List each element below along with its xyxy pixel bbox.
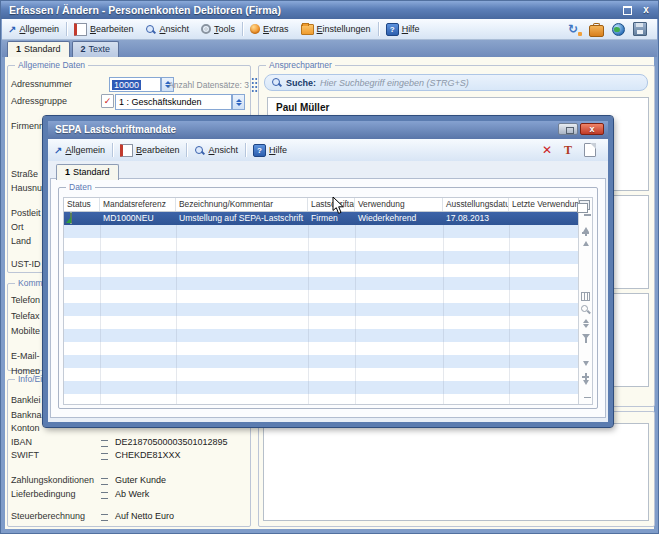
equals-icon xyxy=(101,492,108,499)
new-document-icon[interactable] xyxy=(584,143,596,157)
equals-icon xyxy=(101,440,108,447)
pin-icon[interactable] xyxy=(564,143,572,158)
briefcase-icon[interactable] xyxy=(589,25,604,37)
bottom-right-panel xyxy=(263,423,649,521)
mandate-status-icon xyxy=(70,212,72,224)
menu-extras[interactable]: Extras xyxy=(244,19,295,39)
swift-value: CHEKDE81XXX xyxy=(115,450,181,460)
splitter-handle[interactable] xyxy=(251,77,258,93)
main-menubar: Allgemein Bearbeiten Ansicht Tools Extra… xyxy=(2,19,657,40)
dialog-restore-icon[interactable] xyxy=(558,123,578,135)
mandate-table-body[interactable]: MD1000NEU Umstellung auf SEPA-Lastschrif… xyxy=(64,212,578,404)
tab-standard[interactable]: 1Standard xyxy=(7,41,70,57)
dialog-menu-ansicht[interactable]: Ansicht xyxy=(188,139,244,161)
sort-icon[interactable] xyxy=(581,319,590,328)
col-verwendung[interactable]: Verwendung xyxy=(355,198,443,211)
menu-ansicht[interactable]: Ansicht xyxy=(139,19,195,39)
filter-funnel-icon[interactable] xyxy=(581,334,590,339)
mandate-table: Status Mandatsreferenz Bezeichnung/Komme… xyxy=(63,197,593,405)
menu-separator xyxy=(245,143,246,157)
dialog-menu-bearbeiten[interactable]: Bearbeiten xyxy=(114,139,186,161)
window-title: Erfassen / Ändern - Personenkonten Debit… xyxy=(1,1,281,19)
col-mandatsreferenz[interactable]: Mandatsreferenz xyxy=(100,198,176,211)
scroll-up-icon[interactable] xyxy=(581,241,590,246)
mobiltelefon-label: Mobilte xyxy=(11,326,40,336)
adressnummer-label: Adressnummer xyxy=(11,79,72,89)
kontonummer-label: Konton xyxy=(11,423,40,433)
menu-allgemein[interactable]: Allgemein xyxy=(2,19,65,39)
dialog-tab-standard[interactable]: 1Standard xyxy=(56,164,119,180)
scroll-to-bottom-icon[interactable] xyxy=(581,385,590,395)
menu-separator xyxy=(242,22,243,36)
steuerberechnung-value: Auf Netto Euro xyxy=(115,511,174,521)
zahlungskonditionen-value: Guter Kunde xyxy=(115,475,166,485)
cell-ausstellungsdatum: 17.08.2013 xyxy=(443,212,509,225)
cell-verwendung: Wiederkehrend xyxy=(355,212,443,225)
col-status[interactable]: Status xyxy=(64,198,100,211)
menu-tools[interactable]: Tools xyxy=(195,19,241,39)
anzahl-datensaetze: Anzahl Datensätze: 3 xyxy=(139,80,249,90)
col-bezeichnung[interactable]: Bezeichnung/Kommentar xyxy=(176,198,308,211)
group-allgemeine-daten-label: Allgemeine Daten xyxy=(15,60,88,70)
row-add-bottom-icon[interactable] xyxy=(581,373,590,380)
col-ausstellungsdatum[interactable]: Ausstellungsdatum xyxy=(443,198,509,211)
sepa-dialog-menubar: Allgemein Bearbeiten Ansicht Hilfe xyxy=(48,139,608,162)
grid-view-icon[interactable] xyxy=(581,292,590,301)
adressgruppe-check-icon[interactable] xyxy=(101,94,114,108)
group-daten: Daten Status Mandatsreferenz Bezeichnung… xyxy=(58,187,598,409)
telefax-label: Telefax xyxy=(11,311,40,321)
group-daten-label: Daten xyxy=(66,182,95,192)
tab-texte[interactable]: 2Texte xyxy=(72,41,120,57)
scroll-to-top-icon[interactable] xyxy=(581,217,590,227)
zahlungskonditionen-label: Zahlungskonditionen xyxy=(11,475,94,485)
equals-icon xyxy=(101,453,108,460)
folder-icon xyxy=(301,24,314,35)
dialog-menu-allgemein[interactable]: Allgemein xyxy=(48,139,111,161)
bankname-label: Bankna xyxy=(11,410,42,420)
adressgruppe-select[interactable]: 1 : Geschäftskunden xyxy=(115,94,232,110)
adressgruppe-stepper[interactable] xyxy=(232,94,245,110)
save-icon[interactable] xyxy=(633,22,647,36)
lieferbedingung-label: Lieferbedingung xyxy=(11,489,76,499)
equals-icon xyxy=(101,478,108,485)
main-titlebar: Erfassen / Ändern - Personenkonten Debit… xyxy=(1,1,658,19)
main-tabstrip: 1Standard 2Texte xyxy=(2,40,657,57)
zoom-search-icon[interactable] xyxy=(581,305,590,314)
menu-separator xyxy=(378,22,379,36)
main-window: Erfassen / Ändern - Personenkonten Debit… xyxy=(0,0,659,534)
dialog-tab-page: Daten Status Mandatsreferenz Bezeichnung… xyxy=(50,178,606,418)
dialog-menu-hilfe[interactable]: Hilfe xyxy=(247,139,293,161)
arrow-ne-icon xyxy=(8,24,16,35)
menu-einstellungen[interactable]: Einstellungen xyxy=(295,19,377,39)
menu-bearbeiten[interactable]: Bearbeiten xyxy=(68,19,140,39)
menu-hilfe[interactable]: Hilfe xyxy=(380,19,426,39)
iban-value: DE21870500003501012895 xyxy=(115,437,228,447)
extras-icon xyxy=(250,24,260,34)
restore-window-icon[interactable] xyxy=(621,4,634,15)
dialog-close-icon[interactable] xyxy=(580,123,604,135)
equals-icon xyxy=(101,514,108,521)
help-icon xyxy=(386,23,399,36)
mouse-cursor xyxy=(332,196,345,215)
delete-icon[interactable] xyxy=(542,143,552,157)
scroll-down-icon[interactable] xyxy=(581,361,590,366)
iban-label: IBAN xyxy=(11,437,32,447)
column-options-icon[interactable] xyxy=(579,200,590,210)
menu-separator xyxy=(112,143,113,157)
magnifier-icon xyxy=(194,145,205,156)
table-row-selected[interactable]: MD1000NEU Umstellung auf SEPA-Lastschrif… xyxy=(64,212,578,225)
email-label: E-Mail- xyxy=(11,351,40,361)
row-add-icon[interactable] xyxy=(581,229,590,236)
menu-separator xyxy=(66,22,67,36)
search-placeholder: Hier Suchbegriff eingeben (STRG+S) xyxy=(320,78,469,88)
postleitzahl-label: Postleit xyxy=(11,208,41,218)
notebook-icon xyxy=(120,144,133,157)
contact-search-input[interactable]: Suche: Hier Suchbegriff eingeben (STRG+S… xyxy=(264,74,648,91)
magnifier-icon xyxy=(145,24,156,35)
globe-icon[interactable] xyxy=(612,23,625,36)
sync-icon[interactable] xyxy=(568,23,581,36)
close-window-icon[interactable] xyxy=(640,4,652,15)
col-letzte-verwendung[interactable]: Letzte Verwendung xyxy=(509,198,578,211)
ort-label: Ort xyxy=(11,222,24,232)
sepa-dialog: SEPA Lastschriftmandate Allgemein Bearbe… xyxy=(43,116,613,427)
